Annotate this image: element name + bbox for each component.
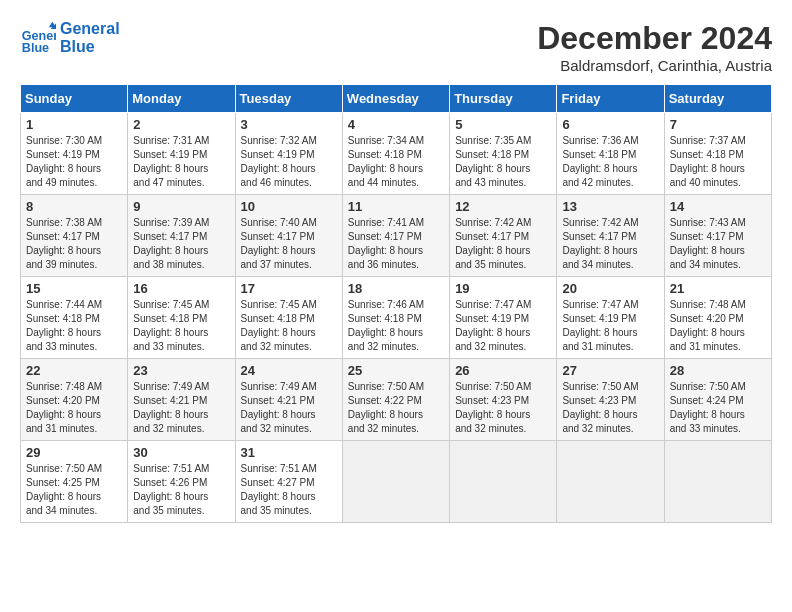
calendar-table: Sunday Monday Tuesday Wednesday Thursday…: [20, 84, 772, 523]
header-saturday: Saturday: [664, 85, 771, 113]
calendar-week-row: 15Sunrise: 7:44 AM Sunset: 4:18 PM Dayli…: [21, 277, 772, 359]
day-number: 31: [241, 445, 337, 460]
day-number: 30: [133, 445, 229, 460]
day-number: 18: [348, 281, 444, 296]
table-row: [450, 441, 557, 523]
table-row: 21Sunrise: 7:48 AM Sunset: 4:20 PM Dayli…: [664, 277, 771, 359]
table-row: 5Sunrise: 7:35 AM Sunset: 4:18 PM Daylig…: [450, 113, 557, 195]
table-row: [342, 441, 449, 523]
table-row: 3Sunrise: 7:32 AM Sunset: 4:19 PM Daylig…: [235, 113, 342, 195]
day-number: 20: [562, 281, 658, 296]
day-number: 24: [241, 363, 337, 378]
day-number: 11: [348, 199, 444, 214]
logo-line2: Blue: [60, 38, 120, 56]
day-number: 4: [348, 117, 444, 132]
table-row: 22Sunrise: 7:48 AM Sunset: 4:20 PM Dayli…: [21, 359, 128, 441]
table-row: 28Sunrise: 7:50 AM Sunset: 4:24 PM Dayli…: [664, 359, 771, 441]
day-info: Sunrise: 7:31 AM Sunset: 4:19 PM Dayligh…: [133, 134, 229, 190]
header-monday: Monday: [128, 85, 235, 113]
day-info: Sunrise: 7:49 AM Sunset: 4:21 PM Dayligh…: [241, 380, 337, 436]
day-number: 3: [241, 117, 337, 132]
day-info: Sunrise: 7:50 AM Sunset: 4:22 PM Dayligh…: [348, 380, 444, 436]
svg-text:Blue: Blue: [22, 41, 49, 55]
day-number: 17: [241, 281, 337, 296]
table-row: 6Sunrise: 7:36 AM Sunset: 4:18 PM Daylig…: [557, 113, 664, 195]
day-info: Sunrise: 7:39 AM Sunset: 4:17 PM Dayligh…: [133, 216, 229, 272]
header-tuesday: Tuesday: [235, 85, 342, 113]
day-info: Sunrise: 7:38 AM Sunset: 4:17 PM Dayligh…: [26, 216, 122, 272]
table-row: 10Sunrise: 7:40 AM Sunset: 4:17 PM Dayli…: [235, 195, 342, 277]
day-number: 9: [133, 199, 229, 214]
header-sunday: Sunday: [21, 85, 128, 113]
day-number: 13: [562, 199, 658, 214]
days-header-row: Sunday Monday Tuesday Wednesday Thursday…: [21, 85, 772, 113]
day-info: Sunrise: 7:51 AM Sunset: 4:27 PM Dayligh…: [241, 462, 337, 518]
table-row: 19Sunrise: 7:47 AM Sunset: 4:19 PM Dayli…: [450, 277, 557, 359]
page-header: General Blue General Blue December 2024 …: [20, 20, 772, 74]
table-row: 18Sunrise: 7:46 AM Sunset: 4:18 PM Dayli…: [342, 277, 449, 359]
day-info: Sunrise: 7:46 AM Sunset: 4:18 PM Dayligh…: [348, 298, 444, 354]
day-number: 15: [26, 281, 122, 296]
day-info: Sunrise: 7:48 AM Sunset: 4:20 PM Dayligh…: [26, 380, 122, 436]
table-row: 7Sunrise: 7:37 AM Sunset: 4:18 PM Daylig…: [664, 113, 771, 195]
day-info: Sunrise: 7:50 AM Sunset: 4:23 PM Dayligh…: [562, 380, 658, 436]
day-number: 5: [455, 117, 551, 132]
table-row: 11Sunrise: 7:41 AM Sunset: 4:17 PM Dayli…: [342, 195, 449, 277]
day-info: Sunrise: 7:37 AM Sunset: 4:18 PM Dayligh…: [670, 134, 766, 190]
table-row: 24Sunrise: 7:49 AM Sunset: 4:21 PM Dayli…: [235, 359, 342, 441]
day-info: Sunrise: 7:32 AM Sunset: 4:19 PM Dayligh…: [241, 134, 337, 190]
table-row: 9Sunrise: 7:39 AM Sunset: 4:17 PM Daylig…: [128, 195, 235, 277]
calendar-week-row: 29Sunrise: 7:50 AM Sunset: 4:25 PM Dayli…: [21, 441, 772, 523]
calendar-week-row: 1Sunrise: 7:30 AM Sunset: 4:19 PM Daylig…: [21, 113, 772, 195]
day-info: Sunrise: 7:49 AM Sunset: 4:21 PM Dayligh…: [133, 380, 229, 436]
location-title: Baldramsdorf, Carinthia, Austria: [537, 57, 772, 74]
day-number: 19: [455, 281, 551, 296]
day-number: 14: [670, 199, 766, 214]
table-row: 20Sunrise: 7:47 AM Sunset: 4:19 PM Dayli…: [557, 277, 664, 359]
table-row: 17Sunrise: 7:45 AM Sunset: 4:18 PM Dayli…: [235, 277, 342, 359]
table-row: [557, 441, 664, 523]
day-number: 27: [562, 363, 658, 378]
day-info: Sunrise: 7:42 AM Sunset: 4:17 PM Dayligh…: [455, 216, 551, 272]
day-info: Sunrise: 7:43 AM Sunset: 4:17 PM Dayligh…: [670, 216, 766, 272]
day-info: Sunrise: 7:42 AM Sunset: 4:17 PM Dayligh…: [562, 216, 658, 272]
day-info: Sunrise: 7:44 AM Sunset: 4:18 PM Dayligh…: [26, 298, 122, 354]
day-info: Sunrise: 7:47 AM Sunset: 4:19 PM Dayligh…: [562, 298, 658, 354]
day-number: 16: [133, 281, 229, 296]
table-row: 25Sunrise: 7:50 AM Sunset: 4:22 PM Dayli…: [342, 359, 449, 441]
day-info: Sunrise: 7:51 AM Sunset: 4:26 PM Dayligh…: [133, 462, 229, 518]
table-row: [664, 441, 771, 523]
logo-line1: General: [60, 20, 120, 38]
day-number: 1: [26, 117, 122, 132]
day-info: Sunrise: 7:36 AM Sunset: 4:18 PM Dayligh…: [562, 134, 658, 190]
table-row: 15Sunrise: 7:44 AM Sunset: 4:18 PM Dayli…: [21, 277, 128, 359]
day-info: Sunrise: 7:50 AM Sunset: 4:23 PM Dayligh…: [455, 380, 551, 436]
day-number: 2: [133, 117, 229, 132]
day-number: 25: [348, 363, 444, 378]
day-number: 6: [562, 117, 658, 132]
table-row: 14Sunrise: 7:43 AM Sunset: 4:17 PM Dayli…: [664, 195, 771, 277]
day-number: 29: [26, 445, 122, 460]
table-row: 8Sunrise: 7:38 AM Sunset: 4:17 PM Daylig…: [21, 195, 128, 277]
day-number: 22: [26, 363, 122, 378]
table-row: 1Sunrise: 7:30 AM Sunset: 4:19 PM Daylig…: [21, 113, 128, 195]
title-block: December 2024 Baldramsdorf, Carinthia, A…: [537, 20, 772, 74]
day-info: Sunrise: 7:50 AM Sunset: 4:24 PM Dayligh…: [670, 380, 766, 436]
day-info: Sunrise: 7:30 AM Sunset: 4:19 PM Dayligh…: [26, 134, 122, 190]
header-wednesday: Wednesday: [342, 85, 449, 113]
day-info: Sunrise: 7:40 AM Sunset: 4:17 PM Dayligh…: [241, 216, 337, 272]
day-info: Sunrise: 7:35 AM Sunset: 4:18 PM Dayligh…: [455, 134, 551, 190]
table-row: 23Sunrise: 7:49 AM Sunset: 4:21 PM Dayli…: [128, 359, 235, 441]
day-info: Sunrise: 7:34 AM Sunset: 4:18 PM Dayligh…: [348, 134, 444, 190]
day-info: Sunrise: 7:45 AM Sunset: 4:18 PM Dayligh…: [241, 298, 337, 354]
table-row: 12Sunrise: 7:42 AM Sunset: 4:17 PM Dayli…: [450, 195, 557, 277]
table-row: 30Sunrise: 7:51 AM Sunset: 4:26 PM Dayli…: [128, 441, 235, 523]
calendar-week-row: 22Sunrise: 7:48 AM Sunset: 4:20 PM Dayli…: [21, 359, 772, 441]
table-row: 31Sunrise: 7:51 AM Sunset: 4:27 PM Dayli…: [235, 441, 342, 523]
day-info: Sunrise: 7:50 AM Sunset: 4:25 PM Dayligh…: [26, 462, 122, 518]
day-number: 7: [670, 117, 766, 132]
day-info: Sunrise: 7:45 AM Sunset: 4:18 PM Dayligh…: [133, 298, 229, 354]
table-row: 27Sunrise: 7:50 AM Sunset: 4:23 PM Dayli…: [557, 359, 664, 441]
day-number: 10: [241, 199, 337, 214]
day-number: 23: [133, 363, 229, 378]
